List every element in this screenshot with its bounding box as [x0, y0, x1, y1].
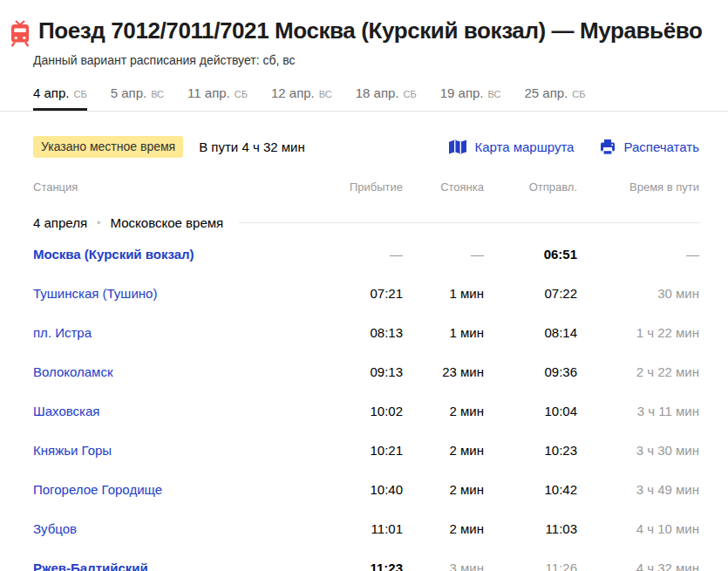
table-row: Тушинская (Тушино)07:211 мин07:2230 мин [33, 274, 699, 313]
section-timezone: Московское время [111, 215, 224, 230]
table-row: Княжьи Горы10:212 мин10:233 ч 30 мин [33, 431, 699, 470]
departure-cell: 07:22 [484, 286, 577, 301]
date-tab[interactable]: 18 апр.СБ [356, 85, 417, 111]
stop-cell: 2 мин [403, 443, 484, 458]
tab-date-label: 12 апр. [271, 85, 315, 100]
tab-weekday-label: СБ [73, 89, 86, 99]
station-link[interactable]: Ржев-Балтийский [33, 561, 307, 571]
info-bar: Указано местное время В пути 4 ч 32 мин … [33, 136, 699, 158]
travel-time-cell: 2 ч 22 мин [577, 364, 699, 379]
travel-time-cell: 1 ч 22 мин [577, 325, 699, 340]
table-row: Зубцов11:012 мин11:034 ч 10 мин [33, 509, 699, 548]
tab-date-label: 11 апр. [187, 85, 230, 100]
date-tab[interactable]: 25 апр.СБ [524, 85, 585, 111]
travel-time-cell: 3 ч 30 мин [577, 443, 699, 458]
bullet-separator: • [97, 216, 101, 229]
arrival-cell: 10:02 [307, 404, 403, 418]
train-schedule-page: Поезд 7012/7011/7021 Москва (Курский вок… [0, 0, 728, 571]
stop-cell: — [403, 247, 484, 262]
station-link[interactable]: Княжьи Горы [33, 443, 307, 458]
departure-cell: 09:36 [484, 364, 577, 379]
print-link[interactable]: Распечатать [600, 139, 699, 155]
col-stop: Стоянка [403, 180, 484, 194]
station-link[interactable]: Волоколамск [33, 364, 307, 379]
tab-weekday-label: ВС [151, 89, 164, 99]
schedule-validity-note: Данный вариант расписания действует: сб,… [33, 53, 699, 67]
arrival-cell: 11:23 [307, 561, 403, 571]
col-departure: Отправл. [484, 180, 577, 194]
tab-weekday-label: СБ [404, 89, 417, 99]
printer-icon [600, 139, 616, 155]
tab-date-label: 18 апр. [356, 85, 399, 100]
stop-cell: 1 мин [403, 286, 484, 301]
arrival-cell: 09:13 [307, 364, 403, 379]
stop-cell: 2 мин [403, 521, 484, 536]
departure-cell: 10:23 [484, 443, 577, 458]
map-icon [449, 139, 466, 154]
departure-cell: 06:51 [484, 247, 577, 262]
departure-cell: 10:04 [484, 404, 577, 418]
date-tab[interactable]: 12 апр.ВС [271, 85, 332, 111]
tab-date-label: 19 апр. [440, 85, 484, 100]
table-row: Погорелое Городище10:402 мин10:423 ч 49 … [33, 470, 699, 509]
arrival-cell: 07:21 [307, 286, 403, 301]
route-map-link[interactable]: Карта маршрута [449, 139, 574, 154]
day-section-header: 4 апреля • Московское время [33, 215, 699, 230]
col-station: Станция [33, 180, 307, 194]
station-link[interactable]: Шаховская [33, 404, 307, 418]
train-icon [9, 19, 31, 47]
station-link[interactable]: пл. Истра [33, 325, 307, 340]
stop-cell: 1 мин [403, 325, 484, 340]
table-row: Москва (Курский вокзал)——06:51— [33, 235, 699, 274]
date-tab[interactable]: 5 апр.ВС [111, 85, 164, 111]
table-row: Ржев-Балтийский11:233 мин11:264 ч 32 мин [33, 548, 699, 571]
arrival-cell: 10:21 [307, 443, 403, 458]
tab-date-label: 25 апр. [524, 85, 568, 100]
section-divider [239, 222, 699, 223]
departure-cell: 10:42 [484, 482, 577, 497]
departure-cell: 08:14 [484, 325, 577, 340]
section-date: 4 апреля [33, 215, 87, 230]
date-tab[interactable]: 19 апр.ВС [440, 85, 501, 111]
page-title: Поезд 7012/7011/7021 Москва (Курский вок… [38, 17, 703, 44]
arrival-cell: 10:40 [307, 482, 403, 497]
col-travel-time: Время в пути [577, 180, 699, 194]
date-tab[interactable]: 11 апр.СБ [187, 85, 248, 111]
tab-date-label: 5 апр. [111, 85, 146, 100]
local-time-badge: Указано местное время [33, 136, 183, 158]
departure-cell: 11:03 [484, 521, 577, 536]
stop-cell: 2 мин [403, 482, 484, 497]
date-tab[interactable]: 4 апр.СБ [33, 85, 87, 111]
travel-time-cell: 30 мин [577, 286, 699, 301]
station-link[interactable]: Москва (Курский вокзал) [33, 247, 307, 262]
table-row: Шаховская10:022 мин10:043 ч 11 мин [33, 391, 699, 431]
print-label: Распечатать [623, 139, 699, 154]
arrival-cell: 08:13 [307, 325, 403, 340]
stop-cell: 3 мин [403, 561, 484, 571]
date-tabs: 4 апр.СБ5 апр.ВС11 апр.СБ12 апр.ВС18 апр… [33, 85, 699, 111]
stop-cell: 23 мин [403, 364, 484, 379]
tab-weekday-label: СБ [235, 89, 248, 99]
trip-duration: В пути 4 ч 32 мин [199, 139, 305, 154]
col-arrival: Прибытие [307, 180, 403, 194]
page-header: Поезд 7012/7011/7021 Москва (Курский вок… [9, 17, 699, 47]
travel-time-cell: 4 ч 32 мин [577, 561, 699, 571]
stations-table: Москва (Курский вокзал)——06:51—Тушинская… [33, 235, 699, 571]
table-row: пл. Истра08:131 мин08:141 ч 22 мин [33, 313, 699, 352]
tab-weekday-label: ВС [319, 89, 332, 99]
travel-time-cell: 3 ч 11 мин [577, 404, 699, 418]
date-tabs-bar: 4 апр.СБ5 апр.ВС11 апр.СБ12 апр.ВС18 апр… [0, 85, 728, 112]
travel-time-cell: — [577, 247, 699, 262]
station-link[interactable]: Погорелое Городище [33, 482, 307, 497]
tab-date-label: 4 апр. [33, 85, 69, 100]
arrival-cell: — [307, 247, 403, 262]
table-row: Волоколамск09:1323 мин09:362 ч 22 мин [33, 352, 699, 391]
departure-cell: 11:26 [484, 561, 577, 571]
station-link[interactable]: Зубцов [33, 521, 307, 536]
travel-time-cell: 3 ч 49 мин [577, 482, 699, 497]
tab-weekday-label: СБ [572, 89, 585, 99]
station-link[interactable]: Тушинская (Тушино) [33, 286, 307, 301]
arrival-cell: 11:01 [307, 521, 403, 536]
route-map-label: Карта маршрута [474, 139, 574, 154]
tab-weekday-label: ВС [488, 89, 501, 99]
